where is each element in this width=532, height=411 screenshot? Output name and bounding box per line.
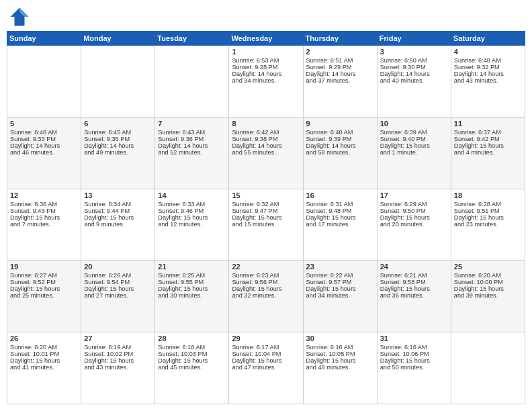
day-info: Daylight: 15 hours [380,142,448,149]
day-info: Sunrise: 6:53 AM [232,57,300,64]
logo-icon [9,7,30,27]
day-cell: 29Sunrise: 6:17 AMSunset: 10:04 PMDaylig… [229,332,303,404]
day-cell [451,332,525,404]
day-cell: 19Sunrise: 6:27 AMSunset: 9:52 PMDayligh… [7,261,81,332]
day-info: and 4 minutes. [454,149,522,156]
calendar-table: SundayMondayTuesdayWednesdayThursdayFrid… [7,31,525,404]
day-number: 17 [380,191,448,199]
day-number: 13 [84,191,152,199]
day-info: Sunset: 10:05 PM [306,351,374,357]
day-info: Daylight: 15 hours [380,285,448,292]
day-number: 16 [306,191,374,199]
day-number: 2 [306,48,374,56]
day-info: Sunrise: 6:20 AM [10,344,78,351]
day-info: and 17 minutes. [306,221,374,228]
day-number: 3 [380,48,448,56]
day-info: Sunrise: 6:33 AM [158,201,226,208]
day-number: 19 [10,263,78,271]
day-number: 9 [306,120,374,128]
day-cell: 2Sunrise: 6:51 AMSunset: 9:29 PMDaylight… [303,46,377,118]
day-info: Sunset: 9:48 PM [306,208,374,214]
day-number: 14 [158,191,226,199]
day-cell: 6Sunrise: 6:45 AMSunset: 9:35 PMDaylight… [81,117,155,189]
day-info: Daylight: 15 hours [306,357,374,364]
day-info: and 39 minutes. [454,292,522,299]
day-info: Sunset: 9:58 PM [380,279,448,285]
day-info: Sunset: 9:55 PM [158,279,226,285]
day-info: Sunrise: 6:37 AM [454,129,522,136]
day-cell: 31Sunrise: 6:16 AMSunset: 10:06 PMDaylig… [377,332,451,404]
day-info: Sunrise: 6:32 AM [232,201,300,208]
weekday-header-sunday: Sunday [7,32,81,46]
day-info: Sunset: 9:33 PM [10,136,78,142]
day-number: 18 [454,191,522,199]
day-cell: 13Sunrise: 6:34 AMSunset: 9:44 PMDayligh… [81,189,155,261]
day-number: 26 [10,334,78,342]
day-cell: 11Sunrise: 6:37 AMSunset: 9:42 PMDayligh… [451,117,525,189]
weekday-header-saturday: Saturday [451,32,525,46]
day-info: and 36 minutes. [380,292,448,299]
week-row-0: 1Sunrise: 6:53 AMSunset: 9:28 PMDaylight… [7,46,525,118]
day-info: Sunset: 9:40 PM [380,136,448,142]
day-cell: 23Sunrise: 6:22 AMSunset: 9:57 PMDayligh… [303,261,377,332]
day-info: Daylight: 14 hours [10,142,78,149]
day-cell: 30Sunrise: 6:16 AMSunset: 10:05 PMDaylig… [303,332,377,404]
day-info: Daylight: 15 hours [84,214,152,221]
day-info: Daylight: 14 hours [380,71,448,77]
day-info: Daylight: 14 hours [158,142,226,149]
day-info: Sunset: 9:50 PM [380,208,448,214]
day-info: Sunrise: 6:16 AM [306,344,374,351]
day-info: and 48 minutes. [306,364,374,371]
day-cell: 14Sunrise: 6:33 AMSunset: 9:46 PMDayligh… [155,189,229,261]
day-cell: 17Sunrise: 6:29 AMSunset: 9:50 PMDayligh… [377,189,451,261]
day-info: and 12 minutes. [158,221,226,228]
day-info: and 9 minutes. [84,221,152,228]
day-number: 1 [232,48,300,56]
day-cell: 10Sunrise: 6:39 AMSunset: 9:40 PMDayligh… [377,117,451,189]
day-number: 12 [10,191,78,199]
logo [9,7,32,27]
day-info: Sunset: 9:46 PM [158,208,226,214]
day-info: Sunrise: 6:17 AM [232,344,300,351]
day-info: and 27 minutes. [84,292,152,299]
day-info: Sunset: 9:52 PM [10,279,78,285]
day-cell: 22Sunrise: 6:23 AMSunset: 9:56 PMDayligh… [229,261,303,332]
day-cell: 7Sunrise: 6:43 AMSunset: 9:36 PMDaylight… [155,117,229,189]
day-info: Sunrise: 6:23 AM [232,272,300,279]
day-cell [155,46,229,118]
day-info: Sunset: 10:06 PM [380,351,448,357]
day-info: Daylight: 15 hours [306,214,374,221]
day-info: and 58 minutes. [306,149,374,156]
day-info: Sunrise: 6:25 AM [158,272,226,279]
day-info: Sunset: 9:29 PM [306,64,374,71]
day-number: 24 [380,263,448,271]
week-row-1: 5Sunrise: 6:46 AMSunset: 9:33 PMDaylight… [7,117,525,189]
day-info: and 32 minutes. [232,292,300,299]
day-info: Sunset: 10:03 PM [158,351,226,357]
day-info: and 43 minutes. [84,364,152,371]
day-cell [7,46,81,118]
day-info: and 34 minutes. [306,292,374,299]
day-info: Daylight: 15 hours [158,357,226,364]
weekday-header-wednesday: Wednesday [229,32,303,46]
day-info: Daylight: 15 hours [380,357,448,364]
day-cell: 1Sunrise: 6:53 AMSunset: 9:28 PMDaylight… [229,46,303,118]
day-info: Daylight: 15 hours [10,285,78,292]
day-info: and 41 minutes. [10,364,78,371]
day-info: Daylight: 15 hours [306,285,374,292]
day-info: Sunrise: 6:20 AM [454,272,522,279]
week-row-4: 26Sunrise: 6:20 AMSunset: 10:01 PMDaylig… [7,332,525,404]
day-cell: 25Sunrise: 6:20 AMSunset: 10:00 PMDaylig… [451,261,525,332]
day-info: Sunrise: 6:36 AM [10,201,78,208]
day-cell: 26Sunrise: 6:20 AMSunset: 10:01 PMDaylig… [7,332,81,404]
day-info: Daylight: 15 hours [232,285,300,292]
day-info: Sunset: 9:39 PM [306,136,374,142]
day-info: and 46 minutes. [10,149,78,156]
day-info: Sunrise: 6:48 AM [454,57,522,64]
day-info: and 34 minutes. [232,77,300,84]
day-info: and 37 minutes. [306,77,374,84]
day-cell: 15Sunrise: 6:32 AMSunset: 9:47 PMDayligh… [229,189,303,261]
day-info: Sunrise: 6:26 AM [84,272,152,279]
day-info: Sunrise: 6:40 AM [306,129,374,136]
day-number: 5 [10,120,78,128]
